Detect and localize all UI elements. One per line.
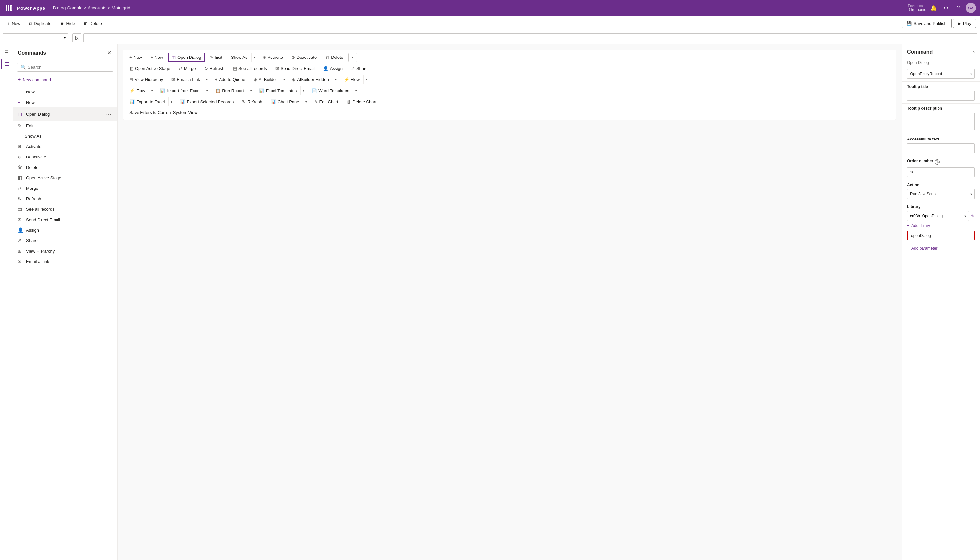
tooltip-desc-input[interactable] bbox=[907, 113, 975, 130]
sidebar-commands-button[interactable] bbox=[1, 59, 12, 69]
order-number-info-icon[interactable]: ⓘ bbox=[935, 160, 940, 165]
command-item-edit[interactable]: ✎ Edit ⋯ bbox=[13, 120, 117, 131]
ribbon-see-all-records-button[interactable]: ▤ See all records bbox=[229, 64, 271, 73]
toolbar-new-button[interactable]: + New bbox=[4, 19, 24, 28]
excel-templates-chevron[interactable]: ▾ bbox=[300, 86, 307, 95]
ribbon-ai-hidden-button[interactable]: ◈ AIBuilder Hidden bbox=[288, 75, 333, 84]
function-name-box[interactable]: openDialog bbox=[907, 231, 975, 240]
library-edit-icon[interactable]: ✎ bbox=[971, 213, 975, 218]
waffle-menu[interactable] bbox=[4, 3, 13, 12]
ribbon-new-button-1[interactable]: + New bbox=[126, 53, 146, 62]
accessibility-input[interactable] bbox=[907, 143, 975, 153]
ribbon-run-report-button[interactable]: 📋 Run Report bbox=[212, 86, 247, 95]
ribbon-merge-button[interactable]: ⇄ Merge bbox=[175, 64, 200, 73]
ribbon-ai-builder-button[interactable]: ◈ AI Builder bbox=[250, 75, 281, 84]
ribbon-assign-button[interactable]: 👤 Assign bbox=[319, 64, 346, 73]
ribbon-chart-pane-button[interactable]: 📊 Chart Pane bbox=[267, 97, 303, 106]
command-item-see-all-records[interactable]: ▤ See all records ⋯ bbox=[13, 204, 117, 214]
ribbon-save-filters-button[interactable]: Save Filters to Current System View bbox=[126, 108, 201, 117]
link-email-icon: ✉ bbox=[171, 77, 175, 82]
ribbon-open-active-stage-button[interactable]: ◧ Open Active Stage bbox=[126, 64, 174, 73]
command-item-email-a-link[interactable]: ✉ Email a Link ⋯ bbox=[13, 256, 117, 267]
action-type-select[interactable]: Run JavaScript ▾ bbox=[907, 189, 975, 199]
toolbar-hide-button[interactable]: 👁 Hide bbox=[56, 19, 78, 28]
ribbon-email-link-button[interactable]: ✉ Email a Link bbox=[168, 75, 203, 84]
toolbar-duplicate-button[interactable]: ⧉ Duplicate bbox=[25, 18, 55, 28]
command-item-refresh[interactable]: ↻ Refresh ⋯ bbox=[13, 193, 117, 204]
ribbon-add-queue-button[interactable]: + Add to Queue bbox=[211, 75, 249, 84]
ai-hidden-chevron[interactable]: ▾ bbox=[333, 75, 339, 84]
ribbon-deactivate-button[interactable]: ⊘ Deactivate bbox=[288, 53, 320, 62]
ribbon-export-excel-button[interactable]: 📊 Export to Excel bbox=[126, 97, 168, 106]
run-report-chevron[interactable]: ▾ bbox=[248, 86, 254, 95]
command-item-send-direct-email[interactable]: ✉ Send Direct Email ⋯ bbox=[13, 214, 117, 225]
order-number-input[interactable] bbox=[907, 167, 975, 177]
refresh-icon: ↻ bbox=[205, 66, 208, 71]
ribbon-flow-button-4[interactable]: ⚡ Flow bbox=[126, 86, 149, 95]
ribbon-send-direct-email-button[interactable]: ✉ Send Direct Email bbox=[272, 64, 318, 73]
command-item-show-as[interactable]: Show As ⋯ bbox=[13, 131, 117, 141]
flow-chevron-3[interactable]: ▾ bbox=[363, 75, 370, 84]
ai-builder-chevron[interactable]: ▾ bbox=[281, 75, 287, 84]
ribbon-word-templates-button[interactable]: 📄 Word Templates bbox=[308, 86, 353, 95]
ribbon-delete-button[interactable]: 🗑 Delete bbox=[321, 53, 347, 62]
search-input[interactable] bbox=[28, 65, 110, 70]
tooltip-title-input[interactable] bbox=[907, 91, 975, 101]
tooltip-title-section: Tooltip title bbox=[902, 82, 980, 103]
word-templates-chevron[interactable]: ▾ bbox=[353, 86, 359, 95]
help-button[interactable]: ? bbox=[953, 3, 964, 13]
ribbon-share-button[interactable]: ↗ Share bbox=[348, 64, 371, 73]
ribbon-view-hierarchy-button[interactable]: ⊞ View Hierarchy bbox=[126, 75, 166, 84]
sidebar-menu-button[interactable]: ☰ bbox=[1, 47, 12, 58]
ribbon-export-selected-button[interactable]: 📊 Export Selected Records bbox=[176, 97, 237, 106]
command-item-new2[interactable]: + New ⋯ bbox=[13, 97, 117, 107]
ribbon-more-button-1[interactable]: ▾ bbox=[348, 53, 358, 62]
save-publish-button[interactable]: 💾 Save and Publish bbox=[902, 18, 952, 28]
chart-pane-chevron[interactable]: ▾ bbox=[303, 97, 309, 106]
ribbon-activate-button[interactable]: ⊕ Activate bbox=[259, 53, 286, 62]
add-library-button[interactable]: + Add library bbox=[907, 223, 975, 228]
ribbon-new-button-2[interactable]: + New bbox=[147, 53, 167, 62]
library-select[interactable]: cr03b_OpenDialog ▾ bbox=[907, 211, 969, 221]
ribbon-open-dialog-button[interactable]: ◫ Open Dialog bbox=[168, 53, 205, 62]
command-item-open-active-stage[interactable]: ◧ Open Active Stage ⋯ bbox=[13, 173, 117, 183]
flow-chevron-4[interactable]: ▾ bbox=[149, 86, 155, 95]
settings-button[interactable]: ⚙ bbox=[941, 3, 951, 13]
email-link-chevron[interactable]: ▾ bbox=[203, 75, 210, 84]
command-item-delete[interactable]: 🗑 Delete ⋯ bbox=[13, 162, 117, 173]
formula-select[interactable]: ▾ bbox=[3, 33, 68, 42]
expand-icon[interactable]: › bbox=[973, 49, 975, 55]
action-select[interactable]: OpenEntityRecord ▾ bbox=[907, 69, 975, 79]
command-item-assign[interactable]: 👤 Assign ⋯ bbox=[13, 225, 117, 235]
ribbon-show-as-button[interactable]: Show As bbox=[227, 53, 251, 62]
export-excel-chevron[interactable]: ▾ bbox=[168, 97, 175, 106]
command-item-merge[interactable]: ⇄ Merge ⋯ bbox=[13, 183, 117, 193]
toolbar-delete-button[interactable]: 🗑 Delete bbox=[80, 19, 105, 28]
play-button[interactable]: ▶ Play bbox=[953, 18, 976, 28]
ribbon-excel-templates-button[interactable]: 📊 Excel Templates bbox=[255, 86, 300, 95]
avatar[interactable]: SA bbox=[966, 3, 976, 13]
notifications-button[interactable]: 🔔 bbox=[928, 3, 939, 13]
ribbon-import-excel-button[interactable]: 📊 Import from Excel bbox=[156, 86, 204, 95]
command-item-open-dialog[interactable]: ◫ Open Dialog ⋯ bbox=[13, 107, 117, 120]
export-selected-icon: 📊 bbox=[180, 99, 185, 104]
ribbon-delete-chart-button[interactable]: 🗑 Delete Chart bbox=[343, 97, 380, 106]
show-as-chevron[interactable]: ▾ bbox=[251, 53, 258, 62]
command-item-view-hierarchy[interactable]: ⊞ View Hierarchy ⋯ bbox=[13, 246, 117, 256]
ribbon-edit-chart-button[interactable]: ✎ Edit Chart bbox=[311, 97, 342, 106]
formula-input[interactable] bbox=[83, 33, 977, 42]
command-item-share[interactable]: ↗ Share ⋯ bbox=[13, 235, 117, 246]
ribbon-edit-button[interactable]: ✎ Edit bbox=[206, 53, 226, 62]
import-excel-chevron[interactable]: ▾ bbox=[204, 86, 210, 95]
add-parameter-button[interactable]: + Add parameter bbox=[902, 243, 980, 253]
commands-close-button[interactable]: ✕ bbox=[106, 48, 113, 57]
more-options-icon[interactable]: ⋯ bbox=[105, 110, 113, 118]
formula-function-button[interactable]: fx bbox=[72, 33, 82, 42]
ribbon-refresh-button-2[interactable]: ↻ Refresh bbox=[201, 64, 228, 73]
ribbon-flow-button-3[interactable]: ⚡ Flow bbox=[340, 75, 363, 84]
command-item-new1[interactable]: + New ⋯ bbox=[13, 87, 117, 97]
ribbon-refresh-button-5[interactable]: ↻ Refresh bbox=[238, 97, 266, 106]
add-command-button[interactable]: + New command bbox=[13, 74, 117, 85]
command-item-activate[interactable]: ⊕ Activate ⋯ bbox=[13, 141, 117, 152]
command-item-deactivate[interactable]: ⊘ Deactivate ⋯ bbox=[13, 152, 117, 162]
